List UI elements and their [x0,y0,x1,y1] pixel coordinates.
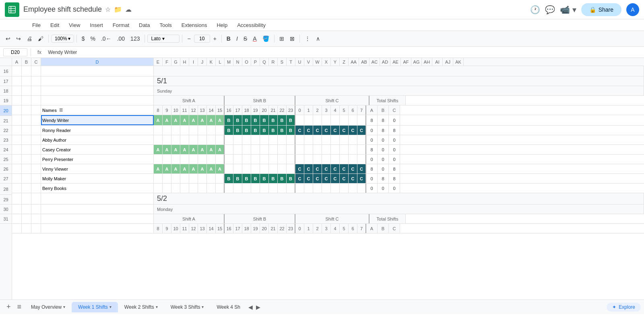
tab-may-overview[interactable]: May Overview ▾ [25,302,72,312]
col-header-q[interactable]: Q [260,58,269,66]
row-19[interactable]: 19 [0,96,12,105]
cell-date-51[interactable]: 5/1 [154,76,644,86]
cell-b16[interactable] [22,66,31,76]
col-header-i[interactable]: I [189,58,198,66]
col-header-ac[interactable]: AC [369,58,380,66]
cell-c19h[interactable] [31,105,41,115]
row-21[interactable]: 21 [0,116,12,126]
col-header-g[interactable]: G [171,58,180,66]
comment-icon[interactable]: 💬 [545,5,555,14]
font-size-input[interactable]: 10 [194,35,210,43]
explore-button[interactable]: ✦ Explore [607,303,641,312]
tab-week2-shifts[interactable]: Week 2 Shifts ▾ [118,302,164,312]
formula-content[interactable]: Wendy Writer [48,50,641,55]
cell-a16[interactable] [12,66,22,76]
menu-edit[interactable]: Edit [46,21,63,29]
font-increase[interactable]: + [211,34,219,43]
col-header-ad[interactable]: AD [380,58,390,66]
col-header-n[interactable]: N [233,58,242,66]
menu-file[interactable]: File [28,21,45,29]
menu-view[interactable]: View [65,21,84,29]
row-29[interactable]: 29 [0,195,12,204]
cell-abby-name[interactable]: Abby Author [41,135,154,144]
col-header-r[interactable]: R [269,58,278,66]
undo-button[interactable]: ↩ [3,34,13,43]
col-header-b[interactable]: B [22,58,31,66]
col-header-c[interactable]: C [31,58,41,66]
col-header-h[interactable]: H [180,58,189,66]
row-24[interactable]: 24 [0,145,12,155]
zoom-selector[interactable]: 100% ▾ [51,35,74,43]
more-options[interactable]: ⋮ [302,34,313,43]
bold-button[interactable]: B [224,34,233,43]
star-icon[interactable]: ☆ [105,6,111,13]
tab-week1-shifts[interactable]: Week 1 Shifts ▾ [72,302,118,312]
currency-button[interactable]: $ [79,34,87,43]
col-header-k[interactable]: K [207,58,216,66]
corner-cell[interactable] [0,58,12,66]
col-header-j[interactable]: J [198,58,207,66]
col-header-s[interactable]: S [278,58,287,66]
cell-b17[interactable] [22,76,31,86]
col-header-e[interactable]: E [154,58,163,66]
cell-d17[interactable] [41,76,154,86]
col-header-o[interactable]: O [242,58,251,66]
increase-decimal[interactable]: .00 [115,34,127,43]
col-header-p[interactable]: P [251,58,260,66]
cell-ronny-name[interactable]: Ronny Reader [41,126,154,135]
borders-button[interactable]: ⊞ [277,34,287,43]
menu-format[interactable]: Format [109,21,133,29]
col-header-y[interactable]: Y [331,58,340,66]
folder-icon[interactable]: 📁 [114,6,122,13]
row-22[interactable]: 22 [0,126,12,135]
cell-a17[interactable] [12,76,22,86]
row-18[interactable]: 18 [0,86,12,96]
col-header-ak[interactable]: AK [453,58,464,66]
cell-c17[interactable] [31,76,41,86]
strikethrough-button[interactable]: S [241,34,250,43]
print-button[interactable]: 🖨 [24,34,35,43]
tab-week4-shifts[interactable]: Week 4 Sh [210,302,246,312]
row-17[interactable]: 17 [0,76,12,86]
percent-button[interactable]: % [88,34,98,43]
col-header-w[interactable]: W [313,58,322,66]
menu-tools[interactable]: Tools [155,21,175,29]
cell-rest-16[interactable] [154,66,644,76]
menu-data[interactable]: Data [135,21,154,29]
cell-b19h[interactable] [22,105,31,115]
col-header-a[interactable]: A [12,58,22,66]
col-header-ag[interactable]: AG [411,58,422,66]
redo-button[interactable]: ↪ [14,34,23,43]
col-header-m[interactable]: M [225,58,233,66]
col-header-f[interactable]: F [163,58,171,66]
row-28[interactable]: 28 [0,184,12,195]
tab-week3-shifts[interactable]: Week 3 Shifts ▾ [164,302,211,312]
col-header-t[interactable]: T [287,58,295,66]
avatar[interactable]: A [626,3,639,16]
cell-a19h[interactable] [12,105,22,115]
row-30[interactable]: 30 [0,204,12,214]
tab-arrow-week2[interactable]: ▾ [156,305,158,309]
font-color-button[interactable]: A [250,34,259,43]
cell-vinny-name[interactable]: Vinny Viewer [41,164,154,173]
cell-date-52[interactable]: 5/2 [154,193,644,204]
share-button[interactable]: 🔒 Share [581,3,621,16]
tab-arrow-week1[interactable]: ▾ [109,305,111,309]
cell-b18[interactable] [22,86,31,95]
menu-insert[interactable]: Insert [86,21,107,29]
col-header-ab[interactable]: AB [359,58,369,66]
cell-b19[interactable] [22,96,31,105]
col-header-ai[interactable]: AI [432,58,443,66]
menu-accessibility[interactable]: Accessibility [233,21,270,29]
cloud-icon[interactable]: ☁ [125,6,132,13]
cell-day-sunday[interactable]: Sunday [154,86,644,95]
col-header-u[interactable]: U [295,58,304,66]
history-icon[interactable]: 🕐 [530,5,540,14]
tab-arrow-week3[interactable]: ▾ [202,305,204,309]
scroll-left-arrow[interactable]: ◀ [247,303,254,311]
col-header-z[interactable]: Z [340,58,349,66]
cell-wendy-name[interactable]: Wendy Writer [41,115,154,125]
col-header-d[interactable]: D [41,58,154,66]
menu-extensions[interactable]: Extensions [178,21,211,29]
row-23[interactable]: 23 [0,135,12,145]
